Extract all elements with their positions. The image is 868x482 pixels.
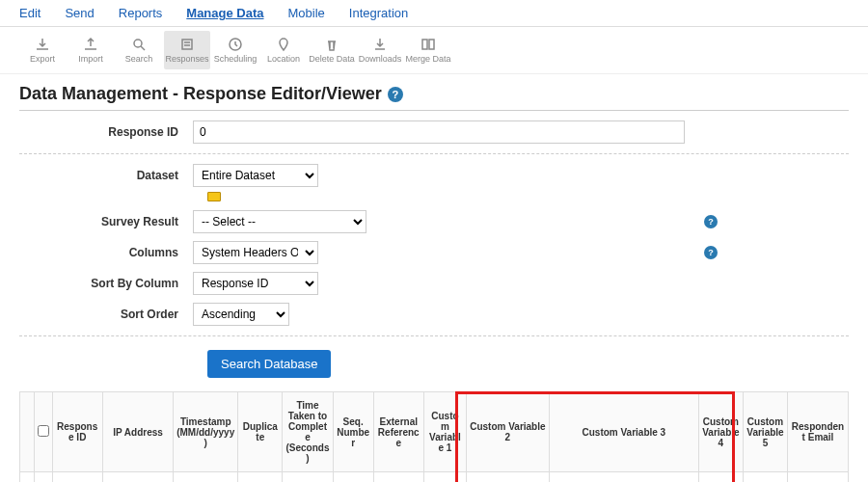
cell-seq: 1 bbox=[333, 472, 373, 483]
th-cv3: Custom Variable 3 bbox=[549, 392, 698, 472]
th-response-id: Response ID bbox=[52, 392, 102, 472]
help-icon[interactable]: ? bbox=[388, 87, 403, 102]
tb-delete-data[interactable]: Delete Data bbox=[309, 31, 355, 69]
cell-ip: 123.252.193.148 bbox=[102, 472, 173, 483]
search-database-button[interactable]: Search Database bbox=[207, 350, 331, 378]
cell-ext-ref bbox=[373, 472, 423, 483]
th-cv1: Custom Variable 1 bbox=[423, 392, 466, 472]
tb-responses[interactable]: Responses bbox=[164, 31, 210, 69]
cell-cv3 bbox=[549, 472, 698, 483]
survey-result-label: Survey Result bbox=[19, 215, 193, 228]
downloads-icon bbox=[372, 37, 388, 52]
th-duplicate: Duplicate bbox=[238, 392, 283, 472]
th-timestamp: Timestamp (MM/dd/yyyy) bbox=[174, 392, 238, 472]
tb-downloads[interactable]: Downloads bbox=[357, 31, 403, 69]
scheduling-icon bbox=[228, 37, 243, 52]
info-icon[interactable]: ? bbox=[704, 215, 718, 228]
nav-edit[interactable]: Edit bbox=[19, 6, 41, 20]
survey-result-select[interactable]: -- Select -- bbox=[193, 210, 366, 233]
search-icon bbox=[131, 37, 147, 52]
dataset-label: Dataset bbox=[19, 169, 193, 182]
tb-scheduling[interactable]: Scheduling bbox=[212, 31, 258, 69]
columns-select[interactable]: System Headers Only bbox=[193, 241, 318, 264]
tb-scheduling-label: Scheduling bbox=[214, 54, 258, 64]
sort-by-label: Sort By Column bbox=[19, 277, 193, 290]
th-cv5: Custom Variable 5 bbox=[743, 392, 787, 472]
th-cv2: Custom Variable 2 bbox=[466, 392, 549, 472]
response-id-input[interactable] bbox=[193, 120, 685, 144]
response-id-label: Response ID bbox=[19, 125, 193, 139]
tb-merge-data-label: Merge Data bbox=[405, 54, 450, 64]
th-cv4: Custom Variable 4 bbox=[698, 392, 743, 472]
cell-cv1: Case bbox=[423, 472, 466, 483]
tb-search-label: Search bbox=[125, 54, 153, 64]
location-icon bbox=[276, 37, 291, 52]
dataset-select[interactable]: Entire Dataset bbox=[193, 164, 318, 187]
tb-import[interactable]: Import bbox=[68, 31, 114, 69]
th-seq: Seq. Number bbox=[333, 392, 373, 472]
cell-cv2: 50090000007iP9h bbox=[466, 472, 549, 483]
nav-mobile[interactable]: Mobile bbox=[288, 6, 325, 20]
svg-rect-3 bbox=[422, 40, 427, 49]
page-title: Data Management - Response Editor/Viewer bbox=[19, 84, 382, 104]
table-row: 120660171123.252.193.14811/28/2016 01:14… bbox=[20, 472, 849, 483]
th-time-taken: Time Taken to Complete (Seconds) bbox=[283, 392, 333, 472]
tb-downloads-label: Downloads bbox=[359, 54, 402, 64]
nav-manage-data[interactable]: Manage Data bbox=[186, 6, 263, 20]
tb-merge-data[interactable]: Merge Data bbox=[405, 31, 451, 69]
sort-order-label: Sort Order bbox=[19, 308, 193, 321]
cell-time-taken: 33 bbox=[283, 472, 333, 483]
cell-cv4 bbox=[698, 472, 743, 483]
tb-delete-data-label: Delete Data bbox=[309, 54, 355, 64]
export-icon bbox=[35, 37, 50, 52]
tb-export-label: Export bbox=[30, 54, 55, 64]
tb-search[interactable]: Search bbox=[116, 31, 162, 69]
folder-icon[interactable] bbox=[207, 192, 221, 201]
info-icon[interactable]: ? bbox=[704, 246, 718, 259]
nav-reports[interactable]: Reports bbox=[119, 6, 163, 20]
th-ip: IP Address bbox=[102, 392, 173, 472]
cell-cv5 bbox=[743, 472, 787, 483]
th-email: Respondent Email bbox=[788, 392, 849, 472]
sort-order-select[interactable]: Ascending bbox=[193, 303, 289, 326]
merge-icon bbox=[420, 37, 436, 52]
import-icon bbox=[83, 37, 98, 52]
responses-icon bbox=[179, 37, 195, 52]
svg-rect-4 bbox=[429, 40, 434, 49]
select-all-checkbox[interactable] bbox=[38, 425, 49, 437]
cell-email bbox=[788, 472, 849, 483]
cell-duplicate: 0 bbox=[238, 472, 283, 483]
th-ext-ref: External Reference bbox=[373, 392, 423, 472]
tb-export[interactable]: Export bbox=[19, 31, 66, 69]
tb-location-label: Location bbox=[267, 54, 300, 64]
results-table: Response ID IP Address Timestamp (MM/dd/… bbox=[19, 391, 849, 482]
tb-responses-label: Responses bbox=[165, 54, 208, 64]
cell-timestamp: 11/28/2016 01:14:39 bbox=[174, 472, 238, 483]
nav-integration[interactable]: Integration bbox=[349, 6, 408, 20]
delete-icon bbox=[324, 37, 339, 52]
nav-send[interactable]: Send bbox=[65, 6, 94, 20]
svg-point-0 bbox=[134, 40, 142, 47]
svg-rect-1 bbox=[182, 40, 192, 49]
columns-label: Columns bbox=[19, 246, 193, 259]
sort-by-select[interactable]: Response ID bbox=[193, 272, 318, 295]
tb-import-label: Import bbox=[78, 54, 103, 64]
tb-location[interactable]: Location bbox=[260, 31, 307, 69]
row-num: 1 bbox=[20, 472, 35, 483]
